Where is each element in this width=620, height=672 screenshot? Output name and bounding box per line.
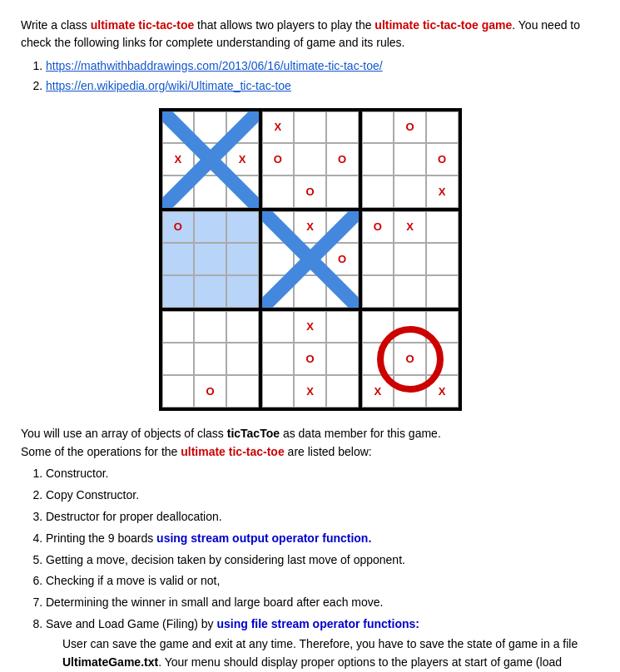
inner-2-1-2: O	[426, 143, 459, 175]
inner-1-0-2	[326, 111, 359, 144]
inner-0-2-1	[194, 175, 226, 208]
inner-3-2-1	[194, 275, 226, 308]
outer-cell-1-0: O	[161, 210, 260, 309]
inner-2-0-2	[426, 111, 459, 144]
inner-6-2-0	[162, 375, 195, 408]
inner-4-2-0	[262, 275, 295, 308]
inner-4-1-0	[262, 243, 295, 275]
inner-4-2-2	[326, 275, 359, 308]
inner-0-1-1	[194, 143, 226, 175]
inner-7-0-2	[326, 311, 359, 343]
op-8: Save and Load Game (Filing) by using fil…	[46, 615, 599, 672]
op-4: Printing the 9 boards using stream outpu…	[46, 529, 599, 549]
inner-2-2-1	[394, 175, 426, 208]
inner-6-2-1: O	[194, 375, 226, 408]
inner-0-0-0: O	[162, 111, 195, 144]
inner-7-2-0	[262, 375, 295, 408]
op-5: Getting a move, decision taken by consid…	[46, 551, 599, 571]
filename: UltimateGame.txt	[62, 655, 158, 669]
inner-3-2-2	[226, 275, 259, 308]
inner-7-0-0	[262, 311, 295, 343]
operations-list: Constructor. Copy Constructor. Destructo…	[46, 464, 599, 672]
inner-8-0-2	[426, 311, 459, 343]
highlight-game: ultimate tic-tac-toe game	[374, 18, 512, 32]
bottom-para-1: You will use an array of objects of clas…	[21, 424, 599, 462]
inner-5-2-2	[426, 275, 459, 308]
inner-1-2-0	[262, 175, 295, 208]
inner-4-1-2: O	[326, 243, 359, 275]
inner-4-0-0: X	[262, 211, 295, 244]
inner-1-0-0: X	[262, 111, 295, 144]
inner-4-1-1	[294, 243, 326, 275]
outer-cell-0-0: O X X X X	[161, 110, 260, 210]
link-item-1: https://mathwithbaddrawings.com/2013/06/…	[46, 57, 599, 77]
inner-5-0-2	[426, 211, 459, 244]
outer-cell-0-2: O O X	[360, 110, 460, 210]
highlight-ultimate: ultimate tic-tac-toe	[91, 18, 194, 32]
inner-2-2-2: X	[426, 175, 459, 208]
inner-5-1-0	[362, 243, 394, 275]
inner-1-1-0: O	[262, 143, 295, 175]
inner-3-1-2	[226, 243, 259, 275]
inner-7-2-2	[326, 375, 359, 408]
inner-2-1-0	[362, 143, 394, 175]
links-list: https://mathwithbaddrawings.com/2013/06/…	[46, 57, 599, 96]
op-8-sub: User can save the game and exit at any t…	[62, 635, 599, 672]
inner-3-0-1	[194, 211, 226, 244]
inner-0-0-1	[194, 111, 226, 144]
inner-7-1-2	[326, 343, 359, 375]
inner-4-0-2: X	[326, 211, 359, 244]
inner-3-1-1	[194, 243, 226, 275]
inner-5-1-2	[426, 243, 459, 275]
inner-6-1-0	[162, 343, 195, 375]
outer-board: O X X X X X O	[159, 108, 462, 411]
link-item-2: https://en.wikipedia.org/wiki/Ultimate_t…	[46, 77, 599, 96]
inner-3-2-0	[162, 275, 195, 308]
inner-0-1-0: X	[162, 143, 195, 175]
inner-8-1-0	[362, 343, 394, 375]
op-7: Determining the winner in small and larg…	[46, 593, 599, 613]
inner-7-1-0	[262, 343, 295, 375]
link-1[interactable]: https://mathwithbaddrawings.com/2013/06/…	[46, 59, 383, 72]
inner-3-1-0	[162, 243, 195, 275]
op-8-highlight: using file stream operator functions:	[216, 617, 419, 630]
inner-5-2-1	[394, 275, 426, 308]
inner-8-0-1	[394, 311, 426, 343]
inner-5-0-1: X	[394, 211, 426, 244]
inner-8-2-2: X	[426, 375, 459, 408]
inner-6-0-1	[194, 311, 226, 343]
inner-7-1-1: O	[294, 343, 326, 375]
inner-5-1-1	[394, 243, 426, 275]
outer-cell-2-1: X O X	[260, 309, 360, 409]
inner-7-0-1: X	[294, 311, 326, 343]
inner-3-0-2	[226, 211, 259, 244]
inner-6-1-1	[194, 343, 226, 375]
inner-0-1-2: X	[226, 143, 259, 175]
op-6: Checking if a move is valid or not,	[46, 571, 599, 591]
link-2[interactable]: https://en.wikipedia.org/wiki/Ultimate_t…	[46, 79, 291, 92]
inner-7-2-1: X	[294, 375, 326, 408]
inner-5-2-0	[362, 275, 394, 308]
board-wrapper: O X X X X X O	[21, 108, 599, 411]
inner-3-0-0: O	[162, 211, 195, 244]
inner-8-0-0	[362, 311, 394, 343]
intro-paragraph: Write a class ultimate tic-tac-toe that …	[21, 17, 599, 52]
inner-2-0-1: O	[394, 111, 426, 144]
inner-2-2-0	[362, 175, 394, 208]
inner-0-2-2: X	[226, 175, 259, 208]
inner-8-2-0: X	[362, 375, 394, 408]
inner-0-2-0	[162, 175, 195, 208]
outer-cell-2-0: O	[161, 309, 260, 409]
inner-1-1-1	[294, 143, 326, 175]
outer-cell-1-2: O X	[360, 210, 460, 309]
op-1: Constructor.	[46, 464, 599, 484]
inner-2-1-1	[394, 143, 426, 175]
inner-8-1-1: O	[394, 343, 426, 375]
inner-6-0-0	[162, 311, 195, 343]
op-2: Copy Constructor.	[46, 486, 599, 506]
inner-4-2-1	[294, 275, 326, 308]
inner-8-2-1	[394, 375, 426, 408]
inner-0-0-2: X	[226, 111, 259, 144]
outer-cell-2-2: O X X	[360, 309, 460, 409]
inner-5-0-0: O	[362, 211, 394, 244]
